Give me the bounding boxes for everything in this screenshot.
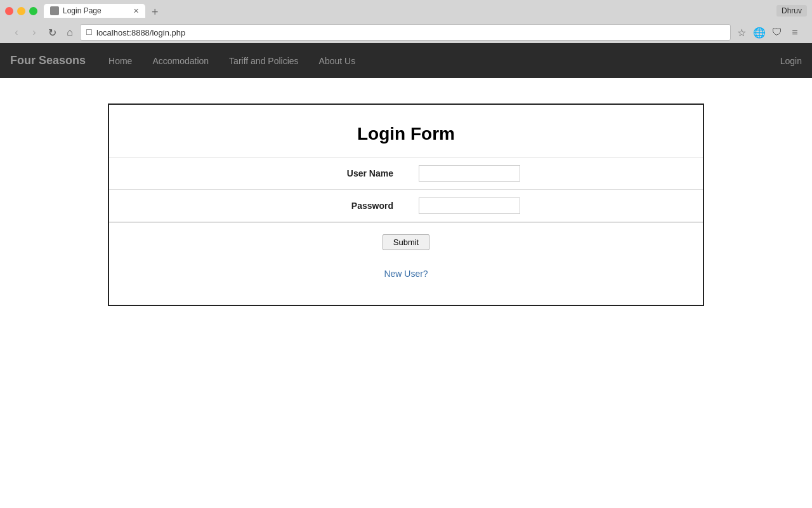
lock-icon: ☐: [86, 28, 93, 37]
browser-chrome: Login Page ✕ + Dhruv ‹ › ↻ ⌂ ☐ ☆ 🌐 🛡 ≡: [0, 0, 812, 43]
password-input-cell: [406, 190, 703, 222]
browser-tab[interactable]: Login Page ✕: [44, 4, 145, 18]
browser-icon1[interactable]: 🌐: [751, 24, 768, 41]
home-button[interactable]: ⌂: [62, 25, 77, 40]
tab-close-icon[interactable]: ✕: [133, 7, 139, 15]
forward-button[interactable]: ›: [27, 25, 42, 40]
tab-title: Login Page: [63, 6, 102, 15]
password-input[interactable]: [419, 197, 520, 214]
nav-item-about[interactable]: About Us: [309, 44, 366, 77]
nav-item-accomodation[interactable]: Accomodation: [142, 44, 219, 77]
menu-icon[interactable]: ≡: [787, 24, 803, 41]
close-button[interactable]: [5, 7, 13, 15]
new-user-link[interactable]: New User?: [384, 269, 428, 279]
username-input[interactable]: [419, 165, 520, 182]
login-form-title: Login Form: [109, 124, 703, 144]
password-label: Password: [109, 190, 406, 222]
new-tab-button[interactable]: +: [148, 6, 162, 18]
back-button[interactable]: ‹: [9, 25, 24, 40]
login-container: Login Form User Name Password Submit New…: [108, 104, 704, 306]
nav-item-home[interactable]: Home: [98, 44, 142, 77]
password-row: Password: [109, 190, 703, 222]
toolbar-actions: ☆ 🌐 🛡 ≡: [733, 24, 803, 41]
username-input-cell: [406, 157, 703, 190]
username-row: User Name: [109, 157, 703, 190]
browser-user: Dhruv: [776, 5, 807, 17]
submit-button[interactable]: Submit: [383, 234, 429, 250]
nav-item-tariff[interactable]: Tariff and Policies: [219, 44, 308, 77]
submit-row: Submit: [109, 222, 703, 262]
navbar-brand[interactable]: Four Seasons: [10, 54, 86, 67]
window-controls: [5, 7, 37, 15]
maximize-button[interactable]: [29, 7, 37, 15]
username-label: User Name: [109, 157, 406, 190]
navbar-login[interactable]: Login: [780, 56, 802, 66]
shield-icon[interactable]: 🛡: [769, 24, 785, 41]
bookmark-icon[interactable]: ☆: [733, 24, 750, 41]
refresh-button[interactable]: ↻: [44, 25, 60, 40]
tab-favicon: [50, 6, 59, 15]
page-content: Login Form User Name Password Submit New…: [0, 78, 812, 459]
login-table: User Name Password: [109, 157, 703, 222]
minimize-button[interactable]: [17, 7, 25, 15]
navbar-nav: Home Accomodation Tariff and Policies Ab…: [98, 44, 780, 77]
address-input[interactable]: [96, 28, 725, 37]
browser-toolbar: ‹ › ↻ ⌂ ☐ ☆ 🌐 🛡 ≡: [5, 22, 807, 43]
new-user-row: New User?: [109, 262, 703, 286]
navbar: Four Seasons Home Accomodation Tariff an…: [0, 43, 812, 78]
address-bar[interactable]: ☐: [80, 24, 731, 41]
